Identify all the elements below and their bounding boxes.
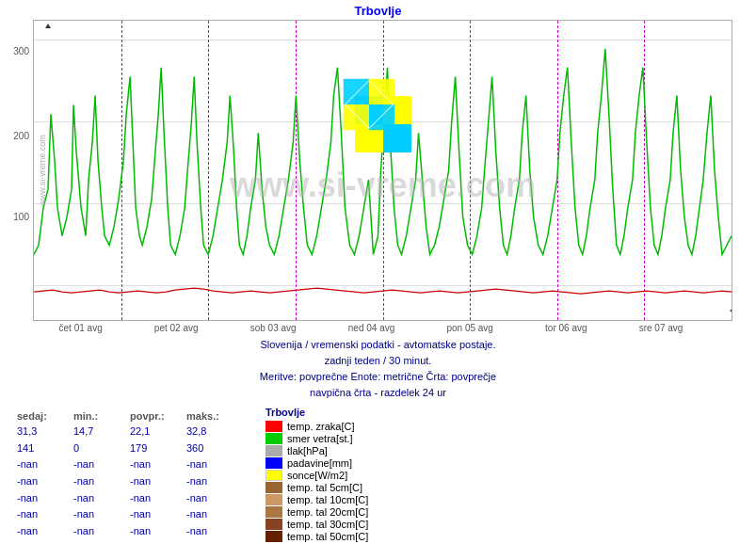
row-6-maks: -nan: [186, 523, 237, 540]
chart-title: Trbovlje: [0, 0, 756, 20]
legend-color-5: [265, 482, 282, 493]
desc-line1: Slovenija / vremenski podatki - avtomats…: [0, 337, 756, 353]
row-2-povpr: -nan: [130, 456, 181, 473]
x-label-1: čet 01 avg: [59, 323, 103, 333]
logo-square: [343, 79, 394, 131]
row-5-min: -nan: [73, 506, 124, 523]
legend-color-9: [265, 531, 282, 542]
main-chart-row: 300200100: [5, 20, 751, 321]
row-1-povpr: 179: [130, 440, 181, 457]
legend-item-8: temp. tal 30cm[C]: [265, 519, 368, 530]
row-5-povpr: -nan: [130, 506, 181, 523]
legend-label-1: smer vetra[st.]: [287, 433, 353, 444]
legend-color-2: [265, 445, 282, 456]
row-0-min: 14,7: [73, 424, 124, 440]
row-4-sedaj: -nan: [17, 490, 68, 507]
desc-line3: Meritve: povprečne Enote: metrične Črta:…: [0, 369, 756, 385]
legend-label-4: sonce[W/m2]: [287, 470, 347, 481]
row-3-maks: -nan: [186, 473, 237, 490]
row-2-sedaj: -nan: [17, 456, 68, 473]
legend-item-5: temp. tal 5cm[C]: [265, 482, 368, 493]
row-0-povpr: 22,1: [130, 424, 181, 440]
data-table: sedaj: 31,3 141 -nan -nan -nan -nan -nan…: [8, 407, 252, 544]
row-1-min: 0: [73, 440, 124, 457]
row-2-maks: -nan: [186, 456, 237, 473]
legend-item-1: smer vetra[st.]: [265, 433, 368, 444]
x-label-6: tor 06 avg: [545, 323, 587, 333]
desc-line2: zadnji teden / 30 minut.: [0, 353, 756, 369]
col-maks: maks.: 32,8 360 -nan -nan -nan -nan -nan…: [186, 410, 243, 544]
col-min: min.: 14,7 0 -nan -nan -nan -nan -nan -n…: [73, 410, 130, 544]
x-label-3: sob 03 avg: [250, 323, 297, 333]
col-header-sedaj: sedaj:: [17, 410, 68, 422]
side-label: www.si-vreme.com: [7, 20, 78, 321]
row-7-maks: -nan: [186, 539, 237, 544]
row-3-min: -nan: [73, 473, 124, 490]
col-sedaj: sedaj: 31,3 141 -nan -nan -nan -nan -nan…: [17, 410, 73, 544]
legend-item-7: temp. tal 20cm[C]: [265, 506, 368, 518]
row-7-sedaj: -nan: [17, 539, 68, 544]
row-0-sedaj: 31,3: [17, 424, 68, 440]
col-header-maks: maks.:: [186, 410, 237, 422]
legend-label-7: temp. tal 20cm[C]: [287, 506, 368, 518]
row-5-maks: -nan: [186, 506, 237, 523]
row-7-povpr: -nan: [130, 539, 181, 544]
legend-label-6: temp. tal 10cm[C]: [287, 494, 368, 505]
x-label-5: pon 05 avg: [446, 323, 493, 333]
row-3-sedaj: -nan: [17, 473, 68, 490]
legend-item-9: temp. tal 50cm[C]: [265, 531, 368, 542]
row-6-min: -nan: [73, 523, 124, 540]
chart-container: Trbovlje 300200100: [0, 0, 756, 544]
row-1-maks: 360: [186, 440, 237, 457]
legend-item-2: tlak[hPa]: [265, 445, 368, 456]
legend-label-3: padavine[mm]: [287, 457, 352, 469]
x-label-2: pet 02 avg: [154, 323, 199, 333]
temp-line: [34, 288, 732, 294]
legend-title: Trbovlje: [265, 407, 368, 418]
svg-rect-8: [369, 79, 395, 105]
legend-color-1: [265, 433, 282, 444]
row-4-min: -nan: [73, 490, 124, 507]
x-label-7: sre 07 avg: [639, 323, 684, 333]
legend-item-0: temp. zraka[C]: [265, 421, 368, 432]
legend-item-4: sonce[W/m2]: [265, 470, 368, 481]
legend-label-5: temp. tal 5cm[C]: [287, 482, 362, 493]
arrow-right: [730, 308, 732, 313]
row-7-min: -nan: [73, 539, 124, 544]
description: Slovenija / vremenski podatki - avtomats…: [0, 335, 756, 403]
row-1-sedaj: 141: [17, 440, 68, 457]
legend-label-9: temp. tal 50cm[C]: [287, 531, 368, 542]
y-right: [732, 20, 751, 321]
legend-label-8: temp. tal 30cm[C]: [287, 519, 368, 530]
row-6-povpr: -nan: [130, 523, 181, 540]
svg-rect-10: [369, 104, 395, 131]
svg-rect-7: [343, 79, 369, 105]
svg-rect-9: [343, 104, 369, 131]
legend-label-0: temp. zraka[C]: [287, 421, 355, 432]
legend-color-6: [265, 494, 282, 505]
row-4-maks: -nan: [186, 490, 237, 507]
legend-item-3: padavine[mm]: [265, 457, 368, 469]
legend-item-6: temp. tal 10cm[C]: [265, 494, 368, 505]
chart-svg: [34, 21, 732, 320]
row-2-min: -nan: [73, 456, 124, 473]
legend-color-8: [265, 519, 282, 530]
data-section: sedaj: 31,3 141 -nan -nan -nan -nan -nan…: [0, 403, 756, 544]
side-label-text: www.si-vreme.com: [38, 135, 47, 206]
legend-label-2: tlak[hPa]: [287, 445, 328, 456]
row-5-sedaj: -nan: [17, 506, 68, 523]
legend: Trbovlje temp. zraka[C] smer vetra[st.] …: [265, 407, 368, 544]
legend-color-7: [265, 506, 282, 518]
row-4-povpr: -nan: [130, 490, 181, 507]
x-axis-labels: čet 01 avg pet 02 avg sob 03 avg ned 04 …: [0, 321, 756, 335]
row-6-sedaj: -nan: [17, 523, 68, 540]
chart-plot: www.si-vreme.com: [33, 20, 732, 321]
legend-color-0: [265, 421, 282, 432]
desc-line4: navpična črta - razdelek 24 ur: [0, 385, 756, 401]
legend-color-4: [265, 470, 282, 481]
col-header-povpr: povpr.:: [130, 410, 181, 422]
row-3-povpr: -nan: [130, 473, 181, 490]
col-header-min: min.:: [73, 410, 124, 422]
x-label-4: ned 04 avg: [348, 323, 395, 333]
legend-color-3: [265, 457, 282, 469]
